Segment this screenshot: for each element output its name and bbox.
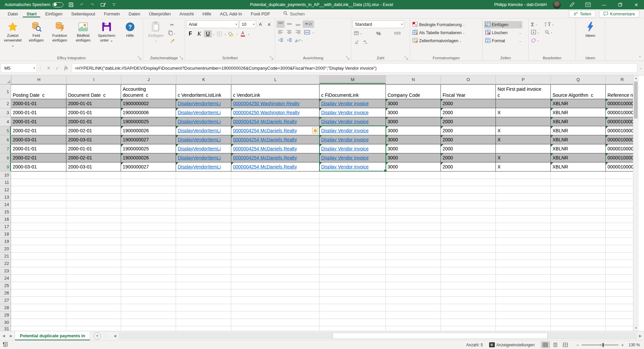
row-header-3[interactable]: 3: [0, 108, 11, 117]
underline-icon[interactable]: U: [204, 30, 212, 38]
decrease-indent-icon[interactable]: [277, 37, 285, 44]
cell-L12[interactable]: [231, 186, 319, 194]
cell-Q19[interactable]: [551, 238, 606, 245]
cell-H7[interactable]: 2000-01-01: [11, 144, 66, 153]
font-size-select[interactable]: 10▾: [239, 20, 256, 28]
ribbon-tab-ansicht[interactable]: Ansicht: [176, 10, 197, 17]
cell-N4[interactable]: 3000: [386, 117, 441, 126]
cell-Q16[interactable]: [551, 216, 606, 223]
cell-M17[interactable]: [319, 223, 386, 230]
copy-icon[interactable]: ⌄: [168, 29, 176, 37]
cell-I8[interactable]: 2000-02-01: [66, 153, 121, 162]
cell-J7[interactable]: 1900000025: [121, 144, 176, 153]
cell-M21[interactable]: [319, 253, 386, 260]
cell-link[interactable]: Display Vendor invoice: [321, 128, 369, 133]
format-as-table-button[interactable]: Als Tabelle formatieren⌄: [411, 29, 466, 37]
cell-I31[interactable]: [66, 326, 121, 331]
cell-H26[interactable]: [11, 289, 66, 297]
cell-M4[interactable]: Display Vendor invoice: [319, 117, 386, 126]
cell-H21[interactable]: [11, 253, 66, 260]
cell-Q22[interactable]: [551, 260, 606, 267]
cell-Q6[interactable]: XBLNR: [551, 135, 606, 144]
cell-I22[interactable]: [66, 260, 121, 267]
cell-K22[interactable]: [176, 260, 231, 267]
cell-Q17[interactable]: [551, 223, 606, 230]
zoom-slider[interactable]: [582, 345, 619, 345]
header-cell-H1[interactable]: Posting Date c: [11, 84, 66, 99]
cancel-entry-icon[interactable]: ✕: [44, 66, 53, 71]
cell-O19[interactable]: [441, 238, 496, 245]
accounting-format-icon[interactable]: ⌄: [353, 29, 363, 37]
cell-P2[interactable]: [496, 99, 551, 108]
cell-O25[interactable]: [441, 282, 496, 289]
cell-I24[interactable]: [66, 275, 121, 282]
align-middle-icon[interactable]: [285, 20, 293, 28]
cell-I30[interactable]: [66, 319, 121, 326]
autosave-toggle[interactable]: Automatisches Speichern: [5, 2, 63, 7]
cell-M31[interactable]: [319, 326, 386, 331]
insert-cells-button[interactable]: Einfügen⌄: [484, 21, 522, 28]
redo-icon[interactable]: ↷: [90, 2, 96, 8]
cell-P23[interactable]: [496, 267, 551, 275]
cell-L14[interactable]: [231, 201, 319, 208]
ribbon-tab-datei[interactable]: Datei: [4, 10, 21, 17]
cell-J8[interactable]: 1900000026: [121, 153, 176, 162]
cell-J30[interactable]: [121, 319, 176, 326]
cell-L16[interactable]: [231, 216, 319, 223]
format-cells-button[interactable]: Format⌄: [484, 37, 522, 45]
cell-link[interactable]: Display Vendor invoice: [321, 137, 369, 142]
cell-K30[interactable]: [176, 319, 231, 326]
cell-link[interactable]: DisplayVendorItemLi: [178, 146, 221, 151]
cell-O30[interactable]: [441, 319, 496, 326]
cell-Q7[interactable]: XBLNR: [551, 144, 606, 153]
cell-O9[interactable]: 2000: [441, 162, 496, 171]
cell-P29[interactable]: [496, 311, 551, 319]
cell-J16[interactable]: [121, 216, 176, 223]
row-header-4[interactable]: 4: [0, 117, 11, 126]
pen-inking-icon[interactable]: [567, 1, 577, 9]
cell-link[interactable]: DisplayVendorItemLi: [178, 128, 221, 133]
cell-O4[interactable]: 2000: [441, 117, 496, 126]
cell-N7[interactable]: 3000: [386, 144, 441, 153]
cell-H19[interactable]: [11, 238, 66, 245]
close-button[interactable]: ✕: [631, 1, 641, 9]
row-header-20[interactable]: 20: [0, 245, 11, 253]
row-header-11[interactable]: 11: [0, 179, 11, 186]
cell-M12[interactable]: [319, 186, 386, 194]
increase-decimal-icon[interactable]: ←0,00: [353, 38, 361, 46]
dialog-launcher-icon[interactable]: [180, 56, 183, 60]
cell-M29[interactable]: [319, 311, 386, 319]
dialog-launcher-icon[interactable]: [270, 56, 273, 60]
cell-O17[interactable]: [441, 223, 496, 230]
cell-P8[interactable]: X: [496, 153, 551, 162]
cell-L24[interactable]: [231, 275, 319, 282]
cell-P7[interactable]: [496, 144, 551, 153]
undo-icon[interactable]: ↶: [79, 2, 85, 8]
row-header-17[interactable]: 17: [0, 223, 11, 230]
cell-K4[interactable]: DisplayVendorItemLi: [176, 117, 231, 126]
ribbon-tab-einf-gen[interactable]: Einfügen: [42, 10, 66, 17]
cell-link[interactable]: 0000004254 McDaniels Realty: [233, 164, 297, 169]
cell-H24[interactable]: [11, 275, 66, 282]
cell-J22[interactable]: [121, 260, 176, 267]
cell-H6[interactable]: 2000-03-01: [11, 135, 66, 144]
cell-P28[interactable]: [496, 304, 551, 311]
cell-K20[interactable]: [176, 245, 231, 253]
cell-N27[interactable]: [386, 297, 441, 304]
row-header-18[interactable]: 18: [0, 230, 11, 238]
cell-P3[interactable]: X: [496, 108, 551, 117]
header-cell-O1[interactable]: Fiscal Year: [441, 84, 496, 99]
row-header-19[interactable]: 19: [0, 238, 11, 245]
row-header-10[interactable]: 10: [0, 171, 11, 179]
select-all-corner[interactable]: [0, 75, 11, 84]
cell-H25[interactable]: [11, 282, 66, 289]
cell-K28[interactable]: [176, 304, 231, 311]
cell-I14[interactable]: [66, 201, 121, 208]
cell-Q11[interactable]: [551, 179, 606, 186]
cell-N30[interactable]: [386, 319, 441, 326]
cell-Q20[interactable]: [551, 245, 606, 253]
cell-K27[interactable]: [176, 297, 231, 304]
row-header-23[interactable]: 23: [0, 267, 11, 275]
cell-P11[interactable]: [496, 179, 551, 186]
cell-L13[interactable]: [231, 194, 319, 201]
